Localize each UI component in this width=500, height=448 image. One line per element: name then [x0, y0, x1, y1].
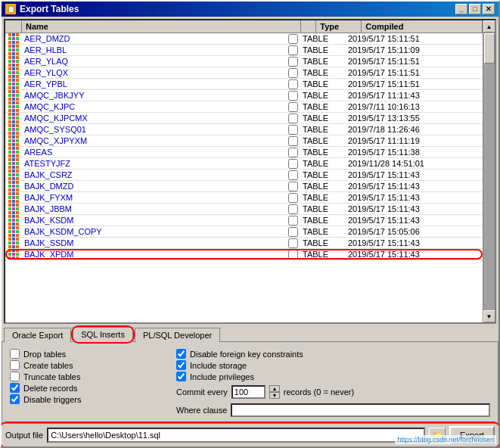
commit-input[interactable]	[231, 385, 266, 399]
table-row[interactable]: ATESTYJFZ TABLE 2019/11/28 14:51:01	[5, 158, 483, 170]
table-row[interactable]: BAJK_FYXM TABLE 2019/5/17 15:11:43	[5, 192, 483, 204]
include-privileges-checkbox[interactable]	[176, 372, 186, 381]
row-select-checkbox[interactable]	[288, 250, 298, 260]
disable-fk-checkbox[interactable]	[176, 349, 186, 359]
row-checkbox-cell	[285, 216, 300, 226]
tab-plsql-developer[interactable]: PL/SQL Developer	[135, 328, 220, 342]
table-row[interactable]: AER_HLBL TABLE 2019/5/17 15:11:09	[5, 45, 483, 56]
row-checkbox-cell	[285, 136, 300, 146]
table-row[interactable]: AMQC_XJPYXM TABLE 2019/5/17 11:11:19	[5, 135, 483, 147]
row-select-checkbox[interactable]	[288, 57, 298, 67]
table-row[interactable]: BAJK_SSDM TABLE 2019/5/17 15:11:43	[5, 238, 483, 249]
close-button[interactable]: ✕	[483, 4, 495, 14]
row-select-checkbox[interactable]	[288, 91, 298, 101]
disable-fk-label: Disable foreign key constraints	[190, 350, 303, 359]
row-select-checkbox[interactable]	[288, 148, 298, 157]
maximize-button[interactable]: □	[469, 4, 481, 14]
where-label: Where clause	[176, 406, 227, 415]
option-delete-records: Delete records	[10, 382, 161, 394]
where-input[interactable]	[231, 403, 490, 417]
row-type: TABLE	[300, 79, 346, 89]
row-checkbox-cell	[285, 148, 300, 157]
row-select-checkbox[interactable]	[288, 68, 298, 78]
row-select-checkbox[interactable]	[288, 204, 298, 214]
row-select-checkbox[interactable]	[288, 79, 298, 89]
row-compiled: 2019/5/17 15:11:43	[346, 204, 467, 214]
row-select-checkbox[interactable]	[288, 238, 298, 248]
row-name: AREAS	[22, 147, 285, 157]
spin-down-button[interactable]: ▼	[269, 392, 280, 399]
tab-sql-inserts[interactable]: SQL Inserts	[73, 327, 133, 342]
row-select-checkbox[interactable]	[288, 45, 298, 55]
table-row[interactable]: AMQC_KJPC TABLE 2019/7/11 10:16:13	[5, 101, 483, 113]
row-select-checkbox[interactable]	[288, 227, 298, 237]
row-name: AMQC_KJPCMX	[22, 113, 285, 123]
row-select-checkbox[interactable]	[288, 182, 298, 191]
table-row[interactable]: AER_YLAQ TABLE 2019/5/17 15:11:51	[5, 56, 483, 67]
scroll-down-button[interactable]: ▼	[483, 310, 495, 322]
row-select-checkbox[interactable]	[288, 136, 298, 146]
drop-tables-checkbox[interactable]	[10, 349, 20, 359]
row-icon	[5, 45, 22, 55]
option-include-storage: Include storage	[176, 359, 490, 371]
row-name: AMQC_XJPYXM	[22, 135, 285, 146]
tab-bar: Oracle Export SQL Inserts PL/SQL Develop…	[2, 326, 498, 341]
scroll-thumb[interactable]	[484, 33, 495, 64]
row-icon	[5, 192, 22, 203]
row-icon	[5, 56, 22, 67]
include-storage-checkbox[interactable]	[176, 360, 186, 370]
disable-triggers-checkbox[interactable]	[10, 394, 20, 404]
row-compiled: 2019/11/28 14:51:01	[346, 158, 467, 169]
table-row[interactable]: AER_YPBL TABLE 2019/5/17 15:11:51	[5, 79, 483, 90]
col-header-compiled: Compiled	[362, 20, 483, 33]
row-select-checkbox[interactable]	[288, 34, 298, 44]
row-select-checkbox[interactable]	[288, 114, 298, 123]
row-icon	[5, 101, 22, 112]
row-type: TABLE	[300, 147, 346, 157]
table-row[interactable]: AMQC_SYSQ01 TABLE 2019/7/18 11:26:46	[5, 124, 483, 135]
row-select-checkbox[interactable]	[288, 102, 298, 112]
table-row[interactable]: AER_YLQX TABLE 2019/5/17 15:11:51	[5, 67, 483, 79]
table-row[interactable]: AER_DMZD TABLE 2019/5/17 15:11:51	[5, 33, 483, 45]
row-select-checkbox[interactable]	[288, 216, 298, 226]
table-row[interactable]: BAJK_CSRZ TABLE 2019/5/17 15:11:43	[5, 170, 483, 181]
scrollbar[interactable]: ▲ ▼	[483, 20, 495, 322]
row-name: ATESTYJFZ	[22, 158, 285, 169]
row-icon	[5, 238, 22, 248]
truncate-tables-checkbox[interactable]	[10, 372, 20, 381]
tabs-area: Oracle Export SQL Inserts PL/SQL Develop…	[2, 326, 498, 424]
option-truncate-tables: Truncate tables	[10, 371, 161, 382]
row-checkbox-cell	[285, 227, 300, 237]
row-select-checkbox[interactable]	[288, 159, 298, 169]
commit-spinner[interactable]: ▲ ▼	[269, 385, 280, 399]
table-row[interactable]: AMQC_JBKJYY TABLE 2019/5/17 11:11:43	[5, 90, 483, 101]
table-row[interactable]: BAJK_DMZD TABLE 2019/5/17 15:11:43	[5, 181, 483, 192]
option-include-privileges: Include privileges	[176, 371, 490, 382]
table-row[interactable]: BAJK_KSDM_COPY TABLE 2019/5/17 15:05:06	[5, 226, 483, 238]
row-select-checkbox[interactable]	[288, 193, 298, 203]
options-right: Disable foreign key constraints Include …	[176, 348, 490, 417]
table-row[interactable]: AREAS TABLE 2019/5/17 15:11:38	[5, 147, 483, 158]
table-row[interactable]: BAJK_JBBM TABLE 2019/5/17 15:11:43	[5, 204, 483, 215]
delete-records-checkbox[interactable]	[10, 383, 20, 393]
create-tables-checkbox[interactable]	[10, 360, 20, 370]
table-row[interactable]: BAJK_XPDM TABLE 2019/5/17 15:11:43	[5, 249, 483, 260]
scroll-track[interactable]	[483, 33, 495, 310]
output-input[interactable]	[47, 428, 425, 443]
spin-up-button[interactable]: ▲	[269, 385, 280, 392]
tab-oracle-export[interactable]: Oracle Export	[4, 328, 71, 342]
row-checkbox-cell	[285, 250, 300, 260]
row-type: TABLE	[300, 124, 346, 135]
option-create-tables: Create tables	[10, 359, 161, 371]
table-row[interactable]: AMQC_KJPCMX TABLE 2019/5/17 13:13:55	[5, 113, 483, 124]
title-controls: _ □ ✕	[455, 4, 495, 14]
table-body[interactable]: AER_DMZD TABLE 2019/5/17 15:11:51 AER_HL…	[5, 33, 483, 322]
scroll-up-button[interactable]: ▲	[483, 20, 495, 33]
col-header-name[interactable]: Name	[22, 20, 301, 33]
minimize-button[interactable]: _	[455, 4, 467, 14]
include-privileges-label: Include privileges	[190, 372, 254, 381]
table-row[interactable]: BAJK_KSDM TABLE 2019/5/17 15:11:43	[5, 215, 483, 226]
row-select-checkbox[interactable]	[288, 125, 298, 135]
row-compiled: 2019/5/17 15:11:43	[346, 181, 467, 191]
row-select-checkbox[interactable]	[288, 170, 298, 180]
